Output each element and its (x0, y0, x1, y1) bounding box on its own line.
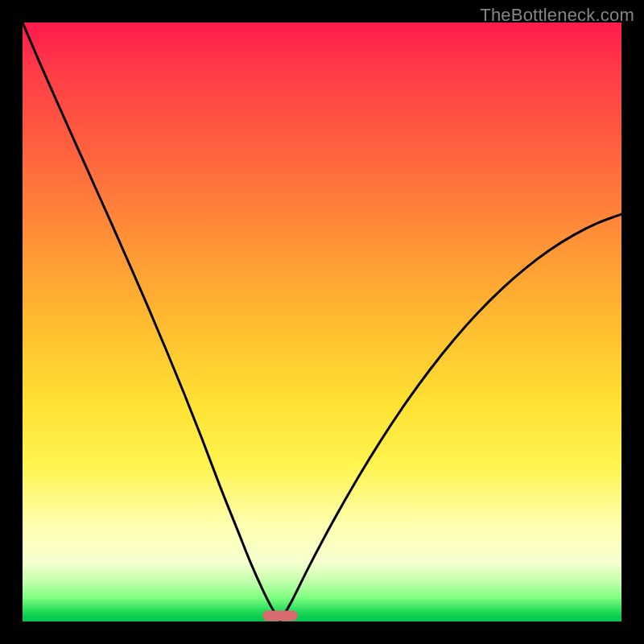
bottleneck-curve (23, 23, 621, 621)
chart-frame: TheBottleneck.com (0, 0, 644, 644)
curve-right-branch (280, 214, 621, 621)
watermark-text: TheBottleneck.com (480, 5, 634, 26)
curve-left-branch (23, 23, 280, 621)
optimal-point-marker (262, 610, 298, 621)
plot-area (23, 23, 621, 621)
